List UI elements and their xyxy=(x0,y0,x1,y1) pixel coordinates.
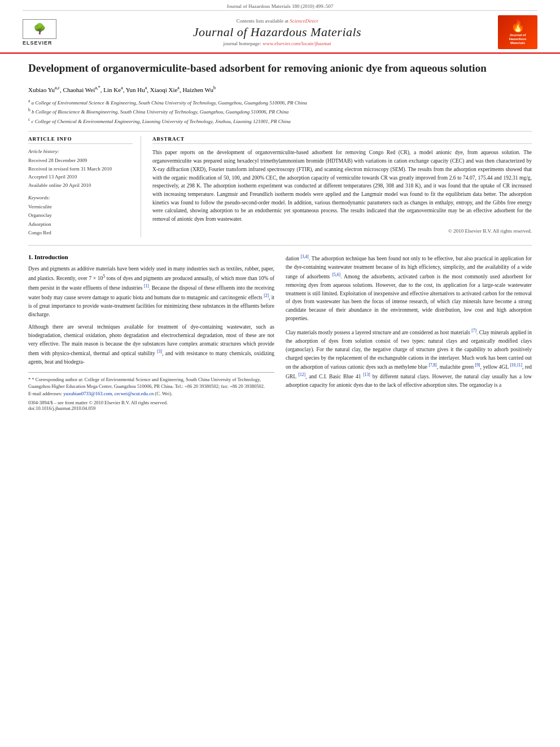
intro-para-1: Dyes and pigments as additive materials … xyxy=(28,265,274,318)
article-info-col: ARTICLE INFO Article history: Received 2… xyxy=(28,136,141,237)
abstract-header: ABSTRACT xyxy=(152,136,532,144)
homepage-prefix: journal homepage: xyxy=(224,41,261,46)
homepage-url[interactable]: www.elsevier.com/locate/jhazmat xyxy=(262,41,331,46)
affil-2: b b College of Bioscience & Bioengineeri… xyxy=(28,107,532,116)
footnote-star: * * Corresponding author at: College of … xyxy=(28,376,274,391)
affil-3: c c College of Chemical & Environmental … xyxy=(28,116,532,126)
introduction-section: 1. Introduction Dyes and pigments as add… xyxy=(28,254,532,411)
intro-para-3: dation [3,4]. The adsorption technique h… xyxy=(286,254,532,323)
journal-homepage: journal homepage: www.elsevier.com/locat… xyxy=(56,41,498,46)
elsevier-wordmark: ELSEVIER xyxy=(23,40,53,46)
keyword-4: Congo Red xyxy=(28,229,133,237)
copyright-line: © 2010 Elsevier B.V. All rights reserved… xyxy=(152,228,532,234)
intro-col-left: 1. Introduction Dyes and pigments as add… xyxy=(28,254,274,411)
hazmat-logo: 🔥 Journal ofHazardousMaterials xyxy=(498,15,537,49)
journal-header: 🌳 ELSEVIER Contents lists available at S… xyxy=(0,11,560,54)
article-info-header: ARTICLE INFO xyxy=(28,136,133,144)
elsevier-tree-icon: 🌳 xyxy=(33,23,46,35)
sciencedirect-prefix: Contents lists available at xyxy=(237,18,288,24)
affil-1: a a College of Environmental Science & E… xyxy=(28,98,532,107)
intro-col-right: dation [3,4]. The adsorption technique h… xyxy=(286,254,532,411)
abstract-col: ABSTRACT This paper reports on the devel… xyxy=(152,136,532,237)
page: Journal of Hazardous Materials 180 (2010… xyxy=(0,0,560,747)
section-heading: Introduction xyxy=(34,254,68,260)
abstract-text: This paper reports on the development of… xyxy=(152,148,532,223)
section-divider xyxy=(28,245,532,246)
keyword-3: Adsorption xyxy=(28,220,133,229)
journal-ref-text: Journal of Hazardous Materials 180 (2010… xyxy=(227,3,334,9)
section-title: 1. Introduction xyxy=(28,254,274,260)
affiliations: a a College of Environmental Science & E… xyxy=(28,98,532,126)
footnote-area: * * Corresponding author at: College of … xyxy=(28,372,274,411)
journal-title-area: Contents lists available at ScienceDirec… xyxy=(56,18,498,46)
email-label: E-mail addresses: xyxy=(28,391,62,396)
history-label: Article history: xyxy=(28,148,133,154)
elsevier-logo-box: 🌳 xyxy=(23,19,56,39)
journal-name: Journal of Hazardous Materials xyxy=(56,25,498,40)
authors-line: Xubiao Yua,c, Chaohai Weia,*, Lin Kea, Y… xyxy=(28,85,532,94)
article-info-abstract: ARTICLE INFO Article history: Received 2… xyxy=(28,131,532,237)
email-suffix: (C. Wei). xyxy=(155,391,172,396)
sciencedirect-line: Contents lists available at ScienceDirec… xyxy=(56,18,498,24)
keyword-2: Organoclay xyxy=(28,211,133,220)
issn-line: 0304-3894/$ – see front matter © 2010 El… xyxy=(28,400,274,405)
intro-para-2: Although there are several techniques av… xyxy=(28,323,274,366)
history-received: Received 28 December 2009 xyxy=(28,156,133,164)
footnote-star-text: * Corresponding author at: College of En… xyxy=(28,377,265,390)
footnote-email: E-mail addresses: yuxubian0733@163.com, … xyxy=(28,390,274,397)
sciencedirect-link[interactable]: ScienceDirect xyxy=(290,18,318,24)
email-2[interactable]: cecwei@scut.edu.cn xyxy=(115,391,154,396)
intro-para-4: Clay materials mostly possess a layered … xyxy=(286,327,532,390)
history-accepted: Accepted 13 April 2010 xyxy=(28,173,133,181)
journal-ref: Journal of Hazardous Materials 180 (2010… xyxy=(23,0,537,11)
history-revised: Received in revised form 31 March 2010 xyxy=(28,165,133,173)
keyword-1: Vermiculite xyxy=(28,203,133,211)
keywords-section: Keywords: Vermiculite Organoclay Adsorpt… xyxy=(28,195,133,237)
keywords-label: Keywords: xyxy=(28,195,133,200)
email-1[interactable]: yuxubian0733@163.com xyxy=(63,391,112,396)
article-history: Article history: Received 28 December 20… xyxy=(28,148,133,189)
main-content: Development of organovermiculite-based a… xyxy=(0,54,560,419)
hazmat-label-text: Journal ofHazardousMaterials xyxy=(509,33,527,46)
doi-line: doi:10.1016/j.jhazmat.2010.04.059 xyxy=(28,405,274,411)
section-number: 1. xyxy=(28,254,33,260)
history-online: Available online 20 April 2010 xyxy=(28,181,133,189)
elsevier-logo-area: 🌳 ELSEVIER xyxy=(23,19,56,46)
article-title: Development of organovermiculite-based a… xyxy=(28,62,532,79)
hazmat-flame-icon: 🔥 xyxy=(511,19,525,33)
